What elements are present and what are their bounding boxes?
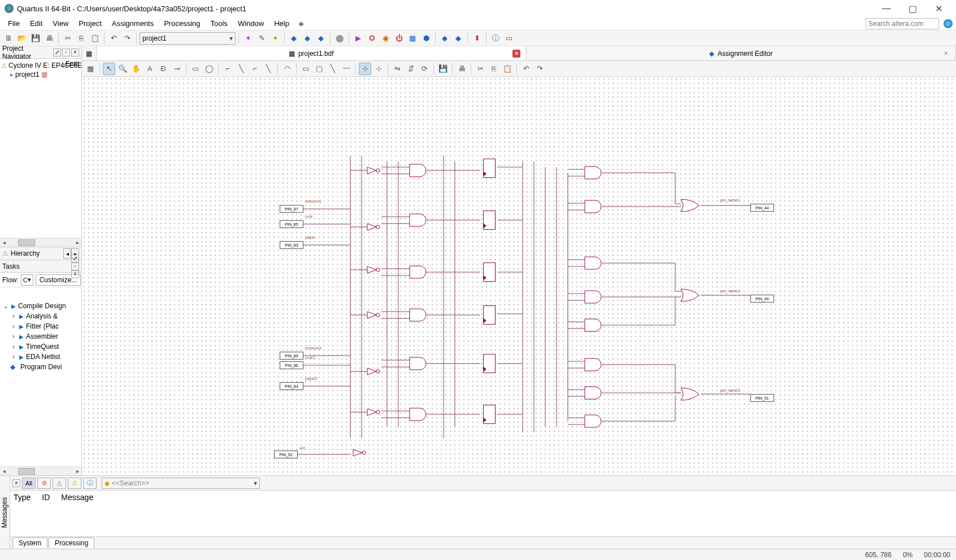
dff[interactable] <box>483 159 496 178</box>
synth-icon[interactable]: ◆ <box>315 32 327 45</box>
spark-icon[interactable]: ✦ <box>269 32 281 45</box>
tab-assignment[interactable]: ◆ Assignment Editor ✕ <box>527 46 957 60</box>
redo-icon[interactable]: ↷ <box>121 32 133 45</box>
close-button[interactable]: ✕ <box>925 0 951 17</box>
hand-icon[interactable]: ✋ <box>130 63 142 75</box>
flow-select[interactable]: C <box>21 274 33 286</box>
timing-icon[interactable]: ◉ <box>379 32 392 45</box>
flip-v-icon[interactable]: ⇵ <box>405 63 417 75</box>
task-fitter[interactable]: ›▶ Fitter (Plac <box>0 321 81 331</box>
messages-search[interactable]: ◆ <<Search>> <box>102 478 260 489</box>
menu-window[interactable]: Window <box>233 18 268 29</box>
task-timequest[interactable]: ›▶ TimeQuest <box>0 342 81 352</box>
line-icon[interactable]: ╲ <box>327 63 339 75</box>
rubber-icon[interactable]: ⊹ <box>359 63 371 75</box>
rect2-icon[interactable]: ▭ <box>299 63 312 75</box>
prog-icon[interactable]: ◆ <box>438 32 451 45</box>
busdiag-icon[interactable]: ╲ <box>262 63 275 75</box>
menu-assignments[interactable]: Assignments <box>107 18 158 29</box>
save2-icon[interactable]: 💾 <box>437 63 449 75</box>
tasks-scrollbar[interactable]: ◂▸ <box>0 466 81 475</box>
tab-close-icon[interactable]: ✕ <box>942 50 950 58</box>
menu-help[interactable]: Help <box>270 18 294 29</box>
project-row[interactable]: ▸ project1 ▦ <box>1 70 80 79</box>
bus-icon[interactable]: ⌐ <box>249 63 261 75</box>
undo-icon[interactable]: ↶ <box>107 32 120 45</box>
nav-close-icon[interactable]: × <box>71 49 79 56</box>
filter-all[interactable]: All <box>22 478 36 489</box>
task-program[interactable]: ◆ Program Devi <box>0 362 81 372</box>
pin-tool-icon[interactable]: ⊸ <box>171 63 183 75</box>
rect-icon[interactable]: ▭ <box>189 63 202 75</box>
ortho-icon[interactable]: ⌐ <box>221 63 234 75</box>
cut2-icon[interactable]: ✂ <box>474 63 486 75</box>
dff[interactable] <box>483 405 496 424</box>
help-icon[interactable]: ◈ <box>295 18 307 30</box>
tab-processing[interactable]: Processing <box>49 537 94 548</box>
wand-icon[interactable]: ✎ <box>255 32 268 45</box>
copy2-icon[interactable]: ⎘ <box>488 63 500 75</box>
tab-bdf[interactable]: ▦ project1.bdf ✕ <box>97 46 527 60</box>
msg-close-icon[interactable]: × <box>12 479 20 487</box>
tab-menu-icon[interactable]: ▦ <box>82 46 97 60</box>
save-icon[interactable]: 💾 <box>29 32 42 45</box>
pin-icon[interactable]: ⬍ <box>471 32 483 45</box>
flip-h-icon[interactable]: ⇋ <box>391 63 403 75</box>
task-compile[interactable]: ⌄ ▶ Compile Design <box>0 301 81 311</box>
tasks-pin-icon[interactable]: ⤢ <box>71 255 79 262</box>
menu-edit[interactable]: Edit <box>25 18 47 29</box>
print-icon[interactable]: 🖶 <box>43 32 55 45</box>
netlist-icon[interactable]: ⬢ <box>420 32 432 45</box>
nav-scrollbar[interactable]: ◂▸ <box>0 238 81 247</box>
nav-dock-icon[interactable]: ▫ <box>62 49 70 56</box>
note-icon[interactable]: ▭ <box>503 32 515 45</box>
tab-system[interactable]: System <box>12 537 47 548</box>
slider-left-icon[interactable]: ◂ <box>63 248 71 259</box>
grid-icon[interactable]: ▦ <box>84 63 97 75</box>
arc-icon[interactable]: ◠ <box>281 63 293 75</box>
undo2-icon[interactable]: ↶ <box>520 63 532 75</box>
maximize-button[interactable]: ▢ <box>899 0 925 17</box>
filter-info[interactable]: ⓘ <box>83 478 97 489</box>
prog2-icon[interactable]: ◆ <box>452 32 464 45</box>
menu-processing[interactable]: Processing <box>159 18 205 29</box>
dff[interactable] <box>483 305 496 325</box>
tasks-dock-icon[interactable]: ▫ <box>71 262 79 270</box>
menu-tools[interactable]: Tools <box>206 18 232 29</box>
task-assembler[interactable]: ›▶ Assembler <box>0 331 81 342</box>
settings-icon[interactable]: ✶ <box>242 32 254 45</box>
paste-icon[interactable]: 📋 <box>89 32 101 45</box>
globe-icon[interactable] <box>944 19 953 28</box>
print2-icon[interactable]: 🖶 <box>455 63 468 75</box>
dff[interactable] <box>483 354 496 373</box>
dff[interactable] <box>483 262 496 282</box>
minimize-button[interactable]: — <box>874 0 899 17</box>
menu-view[interactable]: View <box>48 18 73 29</box>
search-input[interactable] <box>866 18 939 29</box>
rect3-icon[interactable]: ▢ <box>313 63 325 75</box>
task-eda[interactable]: ›▶ EDA Netlist <box>0 352 81 362</box>
curve-icon[interactable]: 〰 <box>340 63 353 75</box>
stop-icon[interactable]: ⬤ <box>333 32 346 45</box>
filter-error[interactable]: ⊘ <box>37 478 51 489</box>
compile-icon[interactable]: ◆ <box>288 32 300 45</box>
cut-icon[interactable]: ✂ <box>62 32 74 45</box>
customize-button[interactable]: Customize... <box>36 274 81 286</box>
play-icon[interactable]: ▶ <box>352 32 364 45</box>
filter-warning[interactable]: ⚠ <box>68 478 81 489</box>
hierarchy-tab[interactable]: ⚠ Hierarchy ◂▸ <box>0 247 81 260</box>
schematic-canvas[interactable]: PIN_87 PIN_85 PIN_83 scissors1 rock pape… <box>82 77 956 475</box>
diag-icon[interactable]: ╲ <box>235 63 247 75</box>
symbol-icon[interactable]: Ð <box>157 63 170 75</box>
pointer-icon[interactable]: ↖ <box>103 63 115 75</box>
copy-icon[interactable]: ⎘ <box>75 32 88 45</box>
sim-icon[interactable]: ✪ <box>366 32 378 45</box>
dff[interactable] <box>483 211 496 230</box>
filter-critical[interactable]: △ <box>53 478 66 489</box>
chip-icon[interactable]: ▦ <box>406 32 419 45</box>
analysis-icon[interactable]: ◆ <box>301 32 314 45</box>
info-icon[interactable]: ⓘ <box>489 32 502 45</box>
menu-project[interactable]: Project <box>74 18 106 29</box>
text-icon[interactable]: A <box>144 63 156 75</box>
tab-close-icon[interactable]: ✕ <box>512 50 520 58</box>
